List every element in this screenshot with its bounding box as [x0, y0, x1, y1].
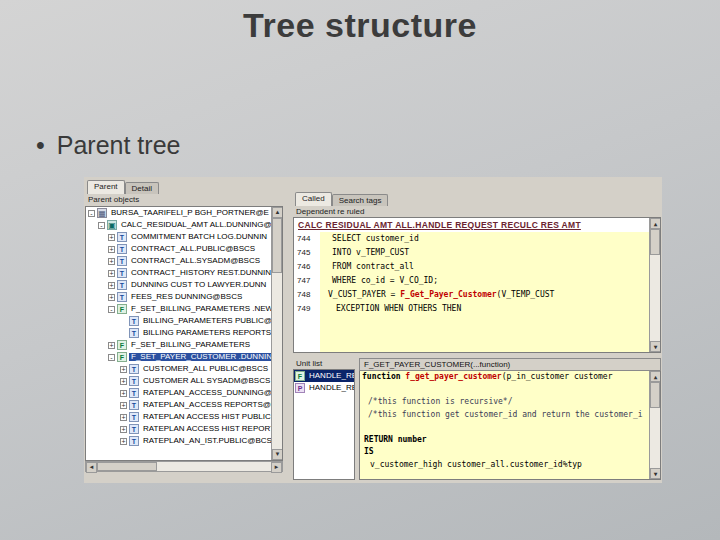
expander-icon[interactable]: + — [108, 342, 115, 349]
scroll-up-icon[interactable]: ▲ — [272, 207, 283, 218]
parent-tree-panel: Parent Detail Parent objects -▦BURSA_TAA… — [85, 180, 283, 472]
tree-row-label: FEES_RES DUNNING@BSCS — [129, 293, 244, 302]
tree-row[interactable]: +TCONTRACT_ALL.SYSADM@BSCS — [86, 255, 282, 267]
tree-row[interactable]: TBILLING PARAMETERS REPORTS — [86, 327, 282, 339]
code-line: 749 EXCEPTION WHEN OTHERS THEN — [294, 302, 660, 316]
tree-row[interactable]: +TRATEPLAN_ACCESS_DUNNING@BSC — [86, 387, 282, 399]
scrollbar-thumb[interactable] — [272, 218, 282, 273]
tree-row[interactable]: +FF_SET_BILLING_PARAMETERS — [86, 339, 282, 351]
function-vertical-scrollbar[interactable]: ▲ ▼ — [649, 371, 660, 479]
code-vertical-scrollbar[interactable]: ▲ ▼ — [649, 218, 660, 352]
tree-row[interactable]: +TRATEPLAN_AN_IST.PUBLIC@BCS — [86, 435, 282, 447]
code-line: function f_get_payer_customer(p_in_custo… — [360, 371, 660, 384]
function-call-link[interactable]: F_Get_Payer_Customer — [400, 290, 496, 299]
expander-icon[interactable]: - — [108, 306, 115, 313]
expander-icon[interactable]: + — [120, 402, 127, 409]
tree-row[interactable]: +TRATEPLAN ACCESS HIST REPORTS — [86, 423, 282, 435]
code-text: FROM contract_all — [320, 263, 414, 272]
table-icon: T — [129, 436, 139, 446]
table-icon: T — [129, 424, 139, 434]
tree-horizontal-scrollbar[interactable]: ◄ ► — [85, 461, 283, 472]
code-segment: V_CUST_PAYER = — [328, 290, 400, 299]
table-icon: T — [129, 316, 139, 326]
unit-list-item-selected[interactable]: FHANDLE_RE — [294, 370, 354, 382]
expander-icon[interactable]: + — [108, 270, 115, 277]
expander-icon[interactable]: - — [88, 210, 95, 217]
procedure-title[interactable]: CALC RESIDUAL AMT ALL.HANDLE REQUEST REC… — [294, 218, 660, 232]
scroll-down-icon[interactable]: ▼ — [650, 468, 661, 479]
code-segment: v_customer_high customer_all.customer_id… — [370, 460, 582, 469]
expander-icon[interactable]: + — [120, 438, 127, 445]
expander-icon[interactable]: - — [98, 222, 105, 229]
scrollbar-track[interactable] — [650, 255, 660, 341]
tree-row-label: BILLING_PARAMETERS PUBLIC@ — [141, 317, 274, 326]
code-line: 747 WHERE co_id = V_CO_ID; — [294, 274, 660, 288]
scroll-down-icon[interactable]: ▼ — [272, 449, 283, 460]
scrollbar-track[interactable] — [157, 462, 271, 471]
expander-icon[interactable]: + — [120, 378, 127, 385]
tree-row[interactable]: +TCONTRACT_HISTORY REST.DUNNIN — [86, 267, 282, 279]
code-line: 744 SELECT customer_id — [294, 232, 660, 246]
unit-list-item[interactable]: PHANDLE_RE — [294, 382, 354, 394]
scroll-up-icon[interactable]: ▲ — [650, 218, 661, 229]
code-segment: function — [362, 372, 405, 381]
expander-icon[interactable] — [120, 330, 127, 337]
tree-row[interactable]: +TRATEPLAN ACCESS HIST PUBLIC@ — [86, 411, 282, 423]
tree-row-label: CONTRACT_ALL.PUBLIC@BSCS — [129, 245, 257, 254]
expander-icon[interactable]: + — [108, 282, 115, 289]
tree-row-label: F_SET_BILLING_PARAMETERS — [129, 341, 252, 350]
tree-row[interactable]: +TFEES_RES DUNNING@BSCS — [86, 291, 282, 303]
code-segment: SELECT customer_id — [332, 234, 419, 243]
expander-icon[interactable]: + — [108, 294, 115, 301]
scrollbar-track[interactable] — [272, 273, 282, 449]
scrollbar-thumb[interactable] — [650, 229, 660, 255]
bullet-text: Parent tree — [57, 131, 181, 159]
expander-icon[interactable]: + — [108, 234, 115, 241]
scrollbar-thumb[interactable] — [650, 382, 660, 408]
tab-detail[interactable]: Detail — [125, 182, 159, 194]
tab-parent[interactable]: Parent — [87, 180, 125, 194]
function-title: F_GET_PAYER_CUSTOMER(...function) — [359, 358, 661, 371]
code-segment: EXCEPTION WHEN OTHERS THEN — [336, 304, 461, 313]
tree-row[interactable]: +TCONTRACT_ALL.PUBLIC@BSCS — [86, 243, 282, 255]
function-name[interactable]: f_get_payer_customer — [405, 372, 501, 381]
tree-row[interactable]: +TRATEPLAN_ACCESS REPORTS@BSC — [86, 399, 282, 411]
line-number: 747 — [294, 277, 320, 286]
tree-row[interactable]: -▣CALC_RESIDUAL_AMT ALL.DUNNING@E — [86, 219, 282, 231]
code-segment: INTO v_TEMP_CUST — [332, 248, 409, 257]
table-icon: T — [129, 388, 139, 398]
code-line: 745 INTO v_TEMP_CUST — [294, 246, 660, 260]
presentation-slide: Tree structure •Parent tree Parent Detai… — [0, 0, 720, 540]
right-tab-bar: Called Search tags — [293, 192, 661, 206]
tree-row[interactable]: +TCUSTOMER ALL SYSADM@BSCS — [86, 375, 282, 387]
scroll-right-icon[interactable]: ► — [271, 462, 282, 473]
tree-row[interactable]: -FF_SET_BILLING_PARAMETERS .NEW — [86, 303, 282, 315]
scroll-up-icon[interactable]: ▲ — [650, 371, 661, 382]
scrollbar-track[interactable] — [650, 408, 660, 468]
tree-vertical-scrollbar[interactable]: ▲ ▼ — [271, 207, 282, 460]
tab-search-tags[interactable]: Search tags — [332, 194, 389, 206]
tree-row[interactable]: TBILLING_PARAMETERS PUBLIC@ — [86, 315, 282, 327]
table-icon: T — [129, 328, 139, 338]
expander-icon[interactable]: + — [108, 258, 115, 265]
expander-icon[interactable]: + — [108, 246, 115, 253]
object-icon: ▣ — [107, 220, 117, 230]
expander-icon[interactable]: + — [120, 426, 127, 433]
tree-row[interactable]: +TCUSTOMER_ALL PUBLIC@BSCS — [86, 363, 282, 375]
expander-icon[interactable]: + — [120, 414, 127, 421]
tree-row-selected[interactable]: -FF_SET_PAYER_CUSTOMER .DUNNIN — [86, 351, 282, 363]
expander-icon[interactable] — [120, 318, 127, 325]
expander-icon[interactable]: + — [120, 366, 127, 373]
tree-row[interactable]: +TDUNNING CUST TO LAWYER.DUNN — [86, 279, 282, 291]
scrollbar-thumb[interactable] — [97, 462, 157, 471]
expander-icon[interactable]: - — [108, 354, 115, 361]
tree-row[interactable]: -▦BURSA_TAARIFELI_P BGH_PORTNER@E — [86, 207, 282, 219]
scroll-left-icon[interactable]: ◄ — [86, 462, 97, 473]
expander-icon[interactable]: + — [120, 390, 127, 397]
tree-row-label: BURSA_TAARIFELI_P BGH_PORTNER@E — [109, 209, 271, 218]
tree-row[interactable]: +TCOMMITMENT BATCH LOG.DUNNIN — [86, 231, 282, 243]
scroll-down-icon[interactable]: ▼ — [650, 341, 661, 352]
line-number: 746 — [294, 263, 320, 272]
parent-tree: -▦BURSA_TAARIFELI_P BGH_PORTNER@E -▣CALC… — [85, 206, 283, 461]
tab-called[interactable]: Called — [295, 192, 332, 206]
